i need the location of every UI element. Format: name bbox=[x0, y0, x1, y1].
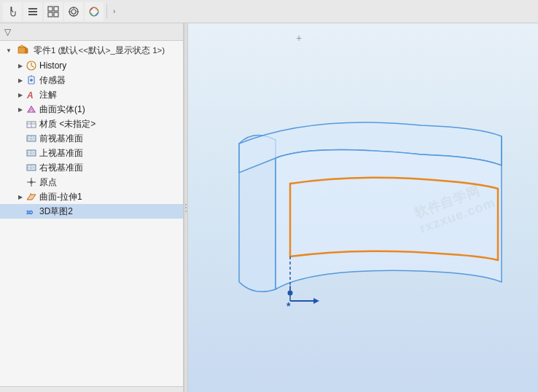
tree-item-annotation[interactable]: ▶ A 注解 bbox=[0, 87, 183, 102]
expand-icon[interactable]: ▶ bbox=[16, 90, 25, 99]
surface-extrude-icon bbox=[25, 190, 38, 203]
3d-sketch-icon: 3D bbox=[25, 205, 38, 218]
expand-arrow[interactable]: › bbox=[110, 7, 118, 15]
sensor-icon bbox=[25, 74, 38, 87]
top-toolbar: › bbox=[0, 0, 538, 23]
tree-item-surface[interactable]: ▶ 曲面实体(1) bbox=[0, 102, 183, 117]
origin-label: 原点 bbox=[39, 176, 57, 189]
hand-tool-button[interactable] bbox=[3, 2, 22, 21]
svg-point-37 bbox=[30, 181, 33, 184]
panel-bottom bbox=[0, 386, 183, 392]
tree-item-top-plane[interactable]: ▶ 上视基准面 bbox=[0, 146, 183, 160]
part-icon bbox=[16, 44, 29, 57]
material-label: 材质 <未指定> bbox=[39, 118, 95, 130]
svg-rect-4 bbox=[54, 7, 58, 11]
3d-shape-svg: * bbox=[217, 67, 531, 344]
tree-item-sensor[interactable]: ▶ 传感器 bbox=[0, 73, 183, 87]
svg-point-14 bbox=[93, 9, 96, 13]
expand-icon[interactable]: ▶ bbox=[16, 61, 25, 70]
tree-item-material[interactable]: ▶ 材质 <未指定> bbox=[0, 117, 183, 131]
top-plane-icon bbox=[25, 146, 38, 160]
svg-text:*: * bbox=[286, 300, 291, 312]
toolbar-separator bbox=[106, 4, 107, 19]
filter-icon: ▽ bbox=[4, 27, 11, 37]
feature-tree: ▼ 零件1 (默认<<默认>_显示状态 1>) ▶ bbox=[0, 41, 183, 386]
tree-item-surface-extrude[interactable]: ▶ 曲面-拉伸1 bbox=[0, 189, 183, 204]
svg-rect-5 bbox=[48, 12, 52, 17]
expand-icon[interactable]: ▶ bbox=[16, 76, 25, 85]
svg-rect-3 bbox=[48, 7, 52, 11]
main-area: ▽ ▼ 零件1 (默认<<默认>_显示状态 1>) ▶ bbox=[0, 23, 538, 392]
expand-icon[interactable]: ▶ bbox=[16, 192, 25, 201]
svg-point-20 bbox=[30, 79, 33, 82]
front-plane-icon bbox=[25, 132, 38, 145]
tree-item-3d-sketch[interactable]: ▶ 3D 3D草图2 bbox=[0, 204, 183, 219]
history-label: History bbox=[39, 60, 66, 71]
svg-text:A: A bbox=[26, 90, 34, 101]
expand-icon[interactable]: ▶ bbox=[16, 105, 25, 114]
top-plane-label: 上视基准面 bbox=[39, 147, 83, 160]
svg-rect-0 bbox=[28, 8, 37, 9]
front-plane-label: 前视基准面 bbox=[39, 133, 83, 145]
svg-marker-16 bbox=[18, 45, 26, 47]
surface-extrude-label: 曲面-拉伸1 bbox=[39, 191, 82, 203]
surface-solid-icon bbox=[25, 103, 38, 116]
part-expand-icon[interactable]: ▼ bbox=[4, 46, 13, 55]
material-icon bbox=[25, 117, 38, 130]
annotation-icon: A bbox=[25, 88, 38, 101]
svg-point-8 bbox=[71, 9, 76, 14]
tree-item-history[interactable]: ▶ History bbox=[0, 58, 183, 73]
part-header[interactable]: ▼ 零件1 (默认<<默认>_显示状态 1>) bbox=[0, 42, 183, 58]
3d-sketch-label: 3D草图2 bbox=[39, 205, 73, 218]
tree-tool-button[interactable] bbox=[44, 2, 63, 21]
list-tool-button[interactable] bbox=[23, 2, 42, 21]
tree-item-front-plane[interactable]: ▶ 前视基准面 bbox=[0, 131, 183, 146]
part-title: 零件1 (默认<<默认>_显示状态 1>) bbox=[34, 45, 179, 56]
svg-marker-45 bbox=[313, 298, 319, 304]
svg-rect-15 bbox=[18, 47, 26, 53]
right-plane-icon bbox=[25, 161, 38, 174]
left-panel: ▽ ▼ 零件1 (默认<<默认>_显示状态 1>) ▶ bbox=[0, 23, 184, 392]
sensor-label: 传感器 bbox=[39, 74, 66, 87]
origin-icon bbox=[25, 176, 38, 189]
svg-text:3D: 3D bbox=[26, 210, 33, 215]
tree-item-origin[interactable]: ▶ 原点 bbox=[0, 175, 183, 189]
svg-marker-17 bbox=[26, 47, 28, 53]
history-icon bbox=[25, 59, 38, 72]
3d-viewport[interactable]: + 软件自学网rxzxue.com bbox=[188, 23, 538, 392]
surface-label: 曲面实体(1) bbox=[39, 103, 85, 116]
viewport-plus: + bbox=[296, 32, 302, 44]
filter-bar: ▽ bbox=[0, 23, 183, 41]
svg-rect-2 bbox=[28, 14, 37, 15]
svg-rect-6 bbox=[54, 12, 58, 17]
tree-item-right-plane[interactable]: ▶ 右视基准面 bbox=[0, 160, 183, 175]
annotation-label: 注解 bbox=[39, 89, 57, 101]
svg-rect-1 bbox=[28, 11, 37, 12]
target-tool-button[interactable] bbox=[64, 2, 83, 21]
right-plane-label: 右视基准面 bbox=[39, 162, 83, 174]
color-tool-button[interactable] bbox=[85, 2, 104, 21]
